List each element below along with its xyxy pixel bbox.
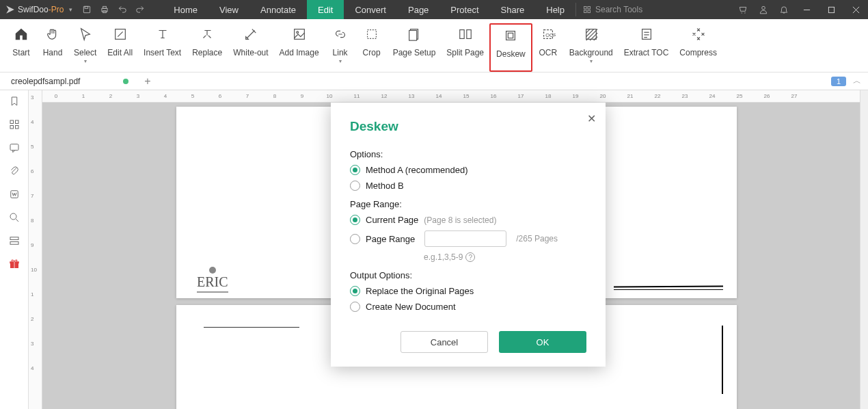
svg-rect-39 — [10, 237, 18, 240]
scrollbar[interactable] — [860, 90, 868, 409]
ribbon-inserttext[interactable]: Insert Text — [138, 23, 187, 72]
ribbon: Start Hand Select▾ Edit All Insert Text … — [0, 19, 868, 72]
menu-edit[interactable]: Edit — [307, 0, 344, 19]
search-tools-label: Search Tools — [595, 5, 642, 14]
dialog-close-icon[interactable]: ✕ — [587, 112, 596, 125]
ribbon-editall[interactable]: Edit All — [102, 23, 138, 72]
user-icon[interactable] — [753, 0, 774, 19]
cart-icon[interactable] — [733, 0, 753, 19]
current-page-hint: (Page 8 is selected) — [424, 215, 496, 225]
app-name: SwifDoo — [18, 5, 49, 14]
main-menu: Home View Annotate Edit Convert Page Pro… — [163, 0, 575, 19]
bell-icon[interactable] — [774, 0, 794, 19]
radio-method-a[interactable] — [350, 165, 360, 175]
ribbon-crop[interactable]: Crop — [356, 23, 388, 72]
svg-rect-34 — [15, 126, 18, 129]
expand-icon[interactable]: ︿ — [850, 75, 864, 87]
svg-rect-2 — [102, 8, 107, 12]
ribbon-addimage[interactable]: Add Image — [274, 23, 325, 72]
comment-icon[interactable] — [8, 141, 21, 155]
undo-icon[interactable] — [113, 0, 131, 19]
ribbon-splitpage[interactable]: Split Page — [441, 23, 489, 72]
current-page-label: Current Page — [366, 215, 418, 225]
menu-home[interactable]: Home — [163, 0, 208, 19]
eg-hint: e.g.1,3,5-9 — [424, 252, 463, 262]
ribbon-select[interactable]: Select▾ — [68, 23, 102, 72]
svg-point-16 — [296, 31, 298, 34]
radio-method-b[interactable] — [350, 181, 360, 191]
output-label: Output Options: — [350, 270, 586, 280]
svg-rect-21 — [467, 30, 471, 39]
fields-icon[interactable] — [8, 234, 21, 248]
menu-view[interactable]: View — [208, 0, 249, 19]
svg-rect-22 — [506, 31, 515, 40]
svg-rect-32 — [15, 120, 18, 124]
ok-button[interactable]: OK — [499, 331, 586, 353]
gift-icon[interactable] — [8, 257, 21, 271]
ribbon-hand[interactable]: Hand — [37, 23, 68, 72]
ribbon-deskew[interactable]: Deskew — [489, 23, 532, 72]
print-icon[interactable] — [96, 0, 113, 19]
svg-text:OCR: OCR — [545, 32, 556, 38]
left-sidebar — [0, 90, 29, 409]
ribbon-background[interactable]: Background▾ — [564, 23, 619, 72]
svg-rect-5 — [584, 7, 587, 10]
svg-rect-8 — [588, 10, 591, 13]
svg-point-9 — [762, 6, 765, 10]
method-b-label: Method B — [366, 181, 404, 191]
menu-convert[interactable]: Convert — [344, 0, 397, 19]
bookmark-icon[interactable] — [8, 94, 21, 108]
svg-rect-20 — [459, 30, 463, 39]
redo-icon[interactable] — [131, 0, 149, 19]
app-dropdown-icon[interactable]: ▾ — [69, 6, 72, 13]
svg-rect-11 — [828, 7, 834, 12]
createnew-label: Create New Document — [366, 302, 456, 312]
pagerange-label: Page Range: — [350, 199, 586, 209]
ribbon-whiteout[interactable]: White-out — [228, 23, 273, 72]
word-icon[interactable] — [8, 187, 21, 201]
page-badge[interactable]: 1 — [831, 77, 846, 86]
close-button[interactable] — [843, 0, 868, 19]
radio-replace[interactable] — [350, 286, 360, 296]
cancel-button[interactable]: Cancel — [401, 331, 488, 353]
page-range-input[interactable] — [424, 230, 506, 247]
ribbon-link[interactable]: Link▾ — [325, 23, 356, 72]
ribbon-ocr[interactable]: OCROCR — [532, 23, 564, 72]
svg-rect-7 — [584, 10, 587, 13]
dialog-title: Deskew — [350, 119, 586, 134]
svg-rect-23 — [508, 33, 513, 38]
attachment-icon[interactable] — [8, 164, 21, 178]
ribbon-pagesetup[interactable]: Page Setup — [388, 23, 442, 72]
ribbon-extracttoc[interactable]: Extract TOC — [619, 23, 675, 72]
menu-help[interactable]: Help — [535, 0, 575, 19]
options-label: Options: — [350, 149, 586, 159]
radio-page-range[interactable] — [350, 234, 360, 244]
ribbon-compress[interactable]: Compress — [674, 23, 722, 72]
document-tab[interactable]: creolepdfsampl.pdf — [0, 72, 137, 90]
minimize-button[interactable] — [794, 0, 819, 19]
svg-rect-19 — [409, 31, 417, 41]
svg-rect-35 — [10, 144, 18, 150]
ribbon-replace[interactable]: Replace — [187, 23, 228, 72]
radio-current-page[interactable] — [350, 215, 360, 225]
help-icon[interactable]: ? — [465, 252, 475, 262]
menu-share[interactable]: Share — [490, 0, 536, 19]
save-icon[interactable] — [78, 0, 96, 19]
svg-point-37 — [10, 213, 16, 220]
svg-rect-3 — [103, 6, 107, 8]
ribbon-start[interactable]: Start — [5, 23, 37, 72]
tab-filename: creolepdfsampl.pdf — [11, 77, 80, 86]
menu-page[interactable]: Page — [397, 0, 439, 19]
menu-protect[interactable]: Protect — [439, 0, 489, 19]
app-logo: SwifDoo-Pro ▾ — [0, 5, 78, 14]
deskew-dialog: ✕ Deskew Options: Method A (recommended)… — [331, 103, 606, 367]
thumbnails-icon[interactable] — [8, 118, 21, 131]
search-icon[interactable] — [8, 211, 21, 224]
replace-label: Replace the Original Pages — [366, 286, 474, 296]
add-tab-button[interactable]: + — [139, 73, 156, 90]
horizontal-ruler: 0123456789101112131415161718192021222324… — [42, 90, 860, 103]
maximize-button[interactable] — [819, 0, 843, 19]
menu-annotate[interactable]: Annotate — [249, 0, 307, 19]
search-tools[interactable]: Search Tools — [575, 3, 649, 16]
radio-createnew[interactable] — [350, 302, 360, 312]
